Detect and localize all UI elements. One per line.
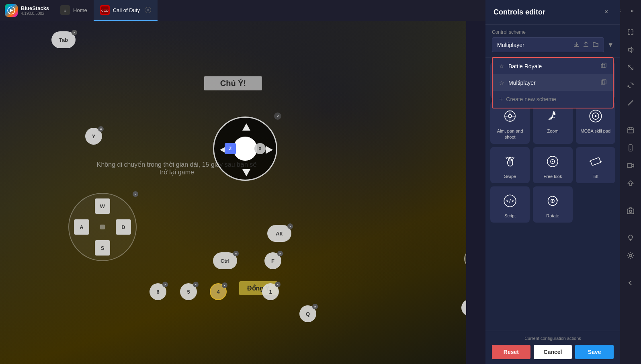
- home-icon: ⌂: [60, 5, 70, 15]
- current-scheme-name: Multiplayer: [497, 42, 524, 48]
- key-q-badge[interactable]: × Q: [299, 305, 316, 322]
- scheme-dropdown-arrow[interactable]: ▼: [607, 41, 614, 49]
- sidebar-share-btn[interactable]: [623, 175, 639, 191]
- svg-point-35: [594, 115, 596, 117]
- footer-label: Current configuration actions: [492, 336, 614, 341]
- svg-rect-62: [627, 164, 632, 168]
- chu-y-banner: Chú Ý!: [204, 76, 262, 90]
- key-z[interactable]: Z: [225, 143, 236, 154]
- rotate-label: Rotate: [546, 213, 559, 219]
- ctrl-rotate[interactable]: Rotate: [533, 186, 572, 223]
- sidebar-volume-btn[interactable]: [623, 42, 639, 58]
- svg-rect-12: [601, 64, 605, 68]
- sidebar-video-btn[interactable]: [623, 157, 639, 174]
- svg-marker-36: [506, 157, 508, 159]
- key-w[interactable]: W: [95, 198, 110, 214]
- key-ctrl-badge[interactable]: × Ctrl: [213, 252, 237, 269]
- aim-icon: [501, 107, 519, 125]
- svg-text:</>: </>: [506, 198, 514, 204]
- add-scheme-btn[interactable]: + Create new scheme: [493, 91, 613, 108]
- script-label: Script: [504, 213, 516, 219]
- rotate-icon: [544, 192, 561, 210]
- key-a[interactable]: A: [74, 219, 89, 235]
- sidebar-back-btn[interactable]: [623, 275, 639, 291]
- ctrl-free-look[interactable]: Free look: [533, 147, 572, 183]
- folder-scheme-icon[interactable]: [592, 41, 599, 49]
- sidebar-settings-btn[interactable]: [623, 247, 639, 264]
- ctrl-tilt[interactable]: Tilt: [576, 147, 615, 183]
- tilt-icon: [587, 153, 604, 170]
- bluestacks-logo: BlueStacks 4.190.0.5002: [0, 4, 54, 17]
- key-f-badge[interactable]: × F: [264, 252, 281, 269]
- wasd-control[interactable]: × W S A D: [68, 193, 137, 261]
- sidebar-slash-btn[interactable]: [623, 95, 639, 111]
- key-d[interactable]: D: [116, 219, 131, 235]
- scheme-dropdown: ☆ Battle Royale ☆ Multiplayer Multiplaye…: [492, 57, 614, 108]
- tab-close-x[interactable]: ×: [72, 30, 77, 35]
- zoom-icon: [544, 107, 561, 125]
- svg-line-55: [628, 100, 633, 105]
- svg-point-61: [630, 149, 631, 150]
- sidebar-bulb-btn[interactable]: [623, 230, 639, 246]
- key-alt-badge[interactable]: × Alt: [267, 225, 291, 242]
- editor-close-btn[interactable]: ×: [601, 6, 612, 18]
- svg-text:COD: COD: [101, 9, 109, 12]
- upload-scheme-icon[interactable]: [583, 41, 589, 49]
- save-button[interactable]: Save: [575, 345, 614, 359]
- svg-marker-0: [242, 123, 250, 131]
- cod-tab-close[interactable]: ×: [145, 7, 151, 13]
- controls-editor-panel: Controls editor × Control scheme Multipl…: [485, 0, 620, 364]
- svg-point-27: [508, 115, 512, 118]
- cancel-button[interactable]: Cancel: [534, 345, 572, 359]
- script-icon: </>: [501, 192, 519, 210]
- zoom-label: Zoom: [547, 128, 558, 134]
- svg-point-40: [552, 161, 553, 162]
- expand-btn[interactable]: «: [627, 5, 638, 16]
- multiplayer-copy[interactable]: [601, 79, 606, 86]
- sidebar-camera-btn[interactable]: [623, 202, 639, 219]
- scheme-selector[interactable]: Multiplayer: [492, 37, 604, 52]
- free-look-label: Free look: [544, 174, 562, 179]
- svg-marker-53: [632, 84, 634, 85]
- editor-footer: Current configuration actions Reset Canc…: [485, 331, 620, 364]
- download-scheme-icon[interactable]: [573, 41, 580, 49]
- reset-button[interactable]: Reset: [492, 345, 530, 359]
- sidebar-phone-btn[interactable]: [623, 140, 639, 156]
- swipe-icon: [501, 153, 519, 170]
- key-1-badge[interactable]: × 1: [262, 283, 279, 300]
- battle-royale-star[interactable]: ☆: [499, 63, 504, 70]
- key-6-badge[interactable]: × 6: [149, 283, 166, 300]
- bs-title: BlueStacks: [21, 5, 49, 12]
- cod-icon: COD: [100, 5, 110, 15]
- dropdown-item-multiplayer[interactable]: ☆ Multiplayer: [493, 74, 613, 91]
- key-4-badge[interactable]: × 4: [210, 283, 227, 300]
- ctrl-swipe[interactable]: Swipe: [490, 147, 530, 183]
- key-x[interactable]: X: [254, 143, 266, 154]
- key-5-badge[interactable]: × 5: [180, 283, 197, 300]
- editor-header: Controls editor ×: [485, 0, 620, 25]
- svg-point-65: [629, 210, 632, 213]
- svg-marker-37: [512, 157, 515, 159]
- key-tab-badge[interactable]: × Tab: [51, 31, 76, 48]
- tab-home[interactable]: ⌂ Home: [54, 0, 94, 21]
- wasd-close[interactable]: ×: [133, 191, 138, 197]
- key-c-badge[interactable]: × C: [461, 299, 466, 316]
- sidebar-calendar-btn[interactable]: [623, 122, 639, 138]
- svg-marker-3: [266, 146, 273, 154]
- sidebar-resize-btn[interactable]: [623, 59, 639, 76]
- battle-royale-copy[interactable]: [601, 63, 606, 70]
- dropdown-item-battle-royale[interactable]: ☆ Battle Royale: [493, 58, 613, 74]
- swipe-label: Swipe: [504, 174, 516, 179]
- moba-skill-pad-label: MOBA skill pad: [581, 128, 611, 134]
- ctrl-script[interactable]: </> Script: [490, 186, 530, 223]
- sidebar-expand-btn[interactable]: [623, 24, 639, 40]
- sidebar-rotate-btn[interactable]: [623, 77, 639, 93]
- tilt-label: Tilt: [593, 174, 598, 179]
- key-y-badge[interactable]: × Y: [85, 128, 102, 145]
- scheme-label: Control scheme: [492, 29, 614, 35]
- tab-cod[interactable]: COD Call of Duty ×: [94, 0, 158, 21]
- multiplayer-star[interactable]: ☆: [499, 80, 504, 86]
- joystick-control[interactable]: × Z X: [213, 117, 277, 181]
- key-s[interactable]: S: [95, 240, 110, 256]
- aim-pan-shoot-label: Aim, pan and shoot: [494, 128, 526, 140]
